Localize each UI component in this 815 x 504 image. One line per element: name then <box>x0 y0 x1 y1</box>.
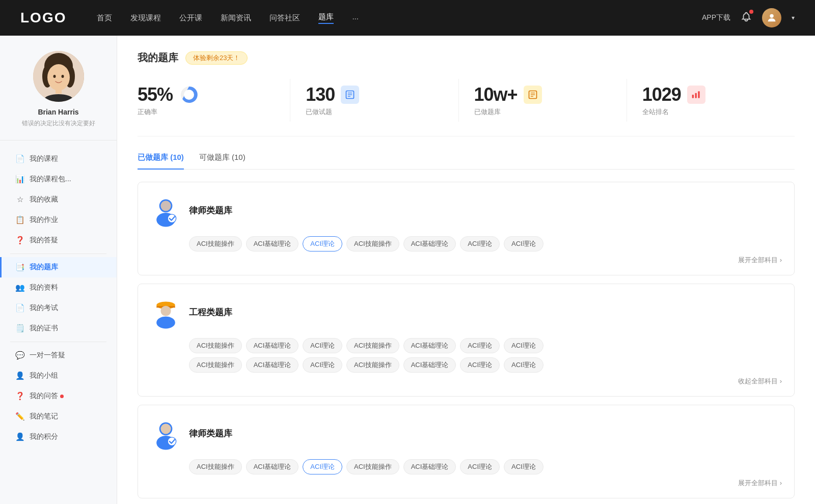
tag-2-3[interactable]: ACI技能操作 <box>346 338 399 353</box>
sidebar-item-qa[interactable]: ❓ 我的答疑 <box>0 230 117 250</box>
tag-1-2[interactable]: ACI理论 <box>303 236 342 251</box>
sidebar-item-my-qa[interactable]: ❓ 我的问答 <box>0 386 117 406</box>
stat-done-label: 已做试题 <box>306 107 359 117</box>
sidebar-item-label: 我的题库 <box>30 263 58 272</box>
nav-news[interactable]: 新闻资讯 <box>221 13 251 23</box>
stat-accuracy: 55% 正确率 <box>138 79 290 122</box>
svg-point-27 <box>168 214 176 222</box>
sidebar-item-one-on-one[interactable]: 💬 一对一答疑 <box>0 345 117 366</box>
svg-point-7 <box>61 75 64 78</box>
tab-available-banks[interactable]: 可做题库 (10) <box>199 153 246 170</box>
stat-rank: 1029 全站排名 <box>627 79 795 122</box>
sidebar-item-profile[interactable]: 👥 我的资料 <box>0 277 117 298</box>
tag-2-8[interactable]: ACI基础理论 <box>246 357 299 373</box>
one-on-one-icon: 💬 <box>15 351 24 360</box>
svg-rect-20 <box>692 95 694 98</box>
sidebar: Brian Harris 错误的决定比没有决定要好 📄 我的课程 📊 我的课程包… <box>0 36 117 504</box>
tag-2-0[interactable]: ACI技能操作 <box>189 338 242 353</box>
tag-2-12[interactable]: ACI理论 <box>460 357 500 373</box>
stat-done-info: 130 已做试题 <box>306 84 359 117</box>
stat-banks-label: 已做题库 <box>474 107 542 117</box>
stat-banks-info: 10w+ 已做题库 <box>474 84 542 117</box>
collapse-link-2[interactable]: 收起全部科目 › <box>150 377 782 386</box>
nav-open-course[interactable]: 公开课 <box>179 13 202 23</box>
sidebar-item-homework[interactable]: 📋 我的作业 <box>0 210 117 230</box>
svg-point-31 <box>160 305 171 316</box>
sidebar-item-label: 我的收藏 <box>30 195 58 204</box>
tab-done-banks[interactable]: 已做题库 (10) <box>138 153 184 170</box>
stat-banks-number: 10w+ <box>474 84 518 105</box>
tag-3-5[interactable]: ACI理论 <box>460 459 500 474</box>
tag-3-4[interactable]: ACI基础理论 <box>403 459 456 474</box>
svg-rect-8 <box>56 89 62 94</box>
tag-3-2[interactable]: ACI理论 <box>303 459 342 474</box>
tag-3-6[interactable]: ACI理论 <box>504 459 544 474</box>
sidebar-item-label: 我的问答 <box>30 391 58 401</box>
package-icon: 📊 <box>15 175 24 184</box>
sidebar-item-exam[interactable]: 📄 我的考试 <box>0 298 117 318</box>
tag-2-2[interactable]: ACI理论 <box>303 338 342 353</box>
sidebar-item-label: 一对一答疑 <box>30 351 65 360</box>
bank-title-3: 律师类题库 <box>189 428 232 439</box>
sidebar-item-label: 我的答疑 <box>30 236 58 245</box>
svg-point-6 <box>53 75 56 78</box>
user-menu-chevron[interactable]: ▾ <box>792 14 795 21</box>
tag-2-4[interactable]: ACI基础理论 <box>403 338 456 353</box>
nav-more[interactable]: ··· <box>352 14 359 22</box>
tag-2-11[interactable]: ACI基础理论 <box>403 357 456 373</box>
tag-3-3[interactable]: ACI技能操作 <box>346 459 399 474</box>
nav-question-bank[interactable]: 题库 <box>318 12 334 24</box>
sidebar-item-label: 我的考试 <box>30 303 58 313</box>
cert-icon: 🗒️ <box>15 324 24 333</box>
bank-icon: 📑 <box>15 263 24 272</box>
tag-3-0[interactable]: ACI技能操作 <box>189 459 242 474</box>
star-icon: ☆ <box>15 195 24 204</box>
app-download-button[interactable]: APP下载 <box>702 13 730 22</box>
sidebar-item-question-bank[interactable]: 📑 我的题库 <box>0 257 117 277</box>
tag-1-1[interactable]: ACI基础理论 <box>246 236 299 251</box>
tag-3-1[interactable]: ACI基础理论 <box>246 459 299 474</box>
tag-2-5[interactable]: ACI理论 <box>460 338 500 353</box>
nav-discover[interactable]: 发现课程 <box>130 13 161 23</box>
tag-2-10[interactable]: ACI技能操作 <box>346 357 399 373</box>
tags-row-2b: ACI技能操作 ACI基础理论 ACI理论 ACI技能操作 ACI基础理论 AC… <box>189 357 782 373</box>
page-title-row: 我的题库 体验剩余23天！ <box>138 51 795 65</box>
header-right: APP下载 ▾ <box>702 8 795 27</box>
expand-link-1[interactable]: 展开全部科目 › <box>150 256 782 265</box>
tag-1-6[interactable]: ACI理论 <box>504 236 544 251</box>
notes-icon: ✏️ <box>15 412 24 421</box>
user-avatar-header[interactable] <box>762 8 781 27</box>
tag-2-13[interactable]: ACI理论 <box>504 357 544 373</box>
notification-bell[interactable] <box>741 11 752 24</box>
expand-link-3[interactable]: 展开全部科目 › <box>150 479 782 488</box>
stats-row: 55% 正确率 <box>138 79 795 136</box>
sidebar-item-my-course[interactable]: 📄 我的课程 <box>0 149 117 169</box>
sidebar-item-certificate[interactable]: 🗒️ 我的证书 <box>0 318 117 339</box>
nav-home[interactable]: 首页 <box>97 13 112 23</box>
done-questions-icon <box>341 86 359 104</box>
lawyer-icon-1 <box>150 192 181 228</box>
tag-2-6[interactable]: ACI理论 <box>504 338 544 353</box>
tag-2-9[interactable]: ACI理论 <box>303 357 342 373</box>
sidebar-item-group[interactable]: 👤 我的小组 <box>0 366 117 386</box>
sidebar-item-favorites[interactable]: ☆ 我的收藏 <box>0 189 117 210</box>
sidebar-item-course-package[interactable]: 📊 我的课程包... <box>0 169 117 189</box>
logo[interactable]: LOGO <box>20 10 66 26</box>
notification-dot <box>749 10 753 14</box>
sidebar-item-label: 我的证书 <box>30 324 58 333</box>
sidebar-item-label: 我的作业 <box>30 215 58 225</box>
tag-1-5[interactable]: ACI理论 <box>460 236 500 251</box>
sidebar-item-label: 我的积分 <box>30 432 58 441</box>
bank-card-engineer: 工程类题库 ACI技能操作 ACI基础理论 ACI理论 ACI技能操作 ACI基… <box>138 284 795 397</box>
my-qa-icon: ❓ <box>15 391 24 401</box>
bank-card-header-3: 律师类题库 <box>150 415 782 451</box>
tag-1-4[interactable]: ACI基础理论 <box>403 236 456 251</box>
tag-1-3[interactable]: ACI技能操作 <box>346 236 399 251</box>
group-icon: 👤 <box>15 371 24 380</box>
tag-2-1[interactable]: ACI基础理论 <box>246 338 299 353</box>
nav-qa[interactable]: 问答社区 <box>269 13 300 23</box>
sidebar-item-notes[interactable]: ✏️ 我的笔记 <box>0 406 117 427</box>
tag-2-7[interactable]: ACI技能操作 <box>189 357 242 373</box>
tag-1-0[interactable]: ACI技能操作 <box>189 236 242 251</box>
sidebar-item-points[interactable]: 👤 我的积分 <box>0 427 117 447</box>
